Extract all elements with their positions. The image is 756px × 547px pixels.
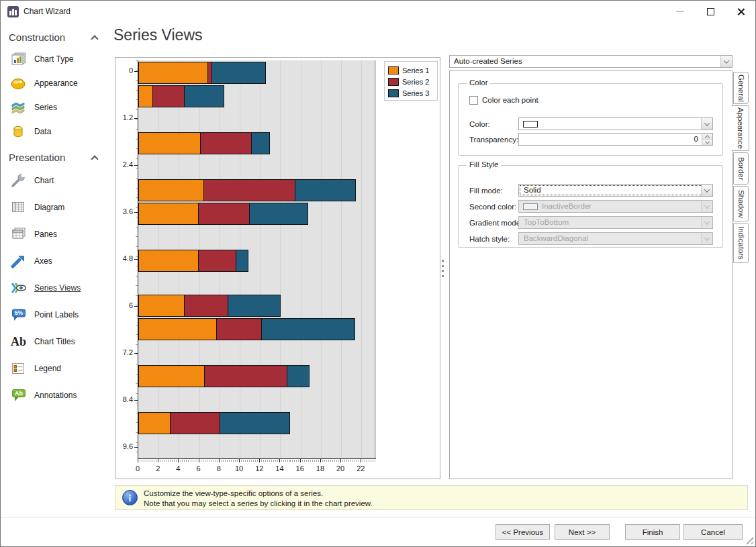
chart-legend[interactable]: Series 1Series 2Series 3 [384, 61, 438, 101]
x-axis-label: 20 [332, 464, 348, 473]
sidebar-item-point-labels[interactable]: 5%Point Labels [1, 301, 109, 328]
y-axis-label: 8.4 [115, 395, 133, 403]
sidebar-item-label: Chart Titles [34, 337, 75, 346]
bar-segment-series-3[interactable] [249, 203, 308, 225]
y-axis-tick [134, 400, 138, 401]
bar-segment-series-1[interactable] [138, 295, 185, 317]
previous-button[interactable]: << Previous [495, 524, 550, 540]
tab-indicators[interactable]: Indicators [733, 223, 749, 263]
bar-segment-series-3[interactable] [287, 365, 310, 387]
legend-item[interactable]: Series 2 [388, 76, 437, 87]
chevron-up-icon [91, 155, 98, 162]
transparency-value: 0 [694, 135, 698, 143]
next-button[interactable]: Next >> [555, 524, 610, 540]
bar-segment-series-2[interactable] [203, 179, 295, 201]
bar-segment-series-1[interactable] [138, 203, 199, 225]
maximize-button[interactable] [699, 3, 722, 19]
dropdown-button[interactable] [701, 185, 712, 196]
tab-border[interactable]: Border [733, 152, 749, 185]
sidebar-item-label: Chart Type [34, 54, 73, 64]
color-dropdown[interactable] [518, 117, 713, 130]
spinner-down-button[interactable] [702, 139, 712, 145]
bar-segment-series-2[interactable] [170, 412, 220, 434]
bar-segment-series-3[interactable] [295, 179, 356, 201]
chart-preview[interactable]: Series 1Series 2Series 3 024681012141618… [115, 57, 440, 479]
bar-segment-series-2[interactable] [198, 203, 250, 225]
sidebar-item-annotations[interactable]: AbAnnotations [1, 382, 109, 409]
dropdown-button[interactable] [720, 56, 732, 67]
sidebar-item-series-views[interactable]: Series Views [1, 275, 109, 301]
chevron-down-icon [704, 219, 710, 224]
sidebar-item-data[interactable]: Data [1, 119, 109, 144]
bar-segment-series-2[interactable] [184, 295, 228, 317]
x-axis-label: 4 [170, 464, 186, 473]
bar-segment-series-1[interactable] [138, 412, 171, 434]
finish-button[interactable]: Finish [625, 524, 680, 540]
x-axis-tick [239, 459, 240, 462]
legend-item[interactable]: Series 1 [388, 64, 437, 76]
dropdown-button[interactable] [701, 118, 712, 130]
transparency-input[interactable]: 0 [518, 133, 713, 146]
bar-segment-series-2[interactable] [204, 365, 287, 387]
splitter-handle[interactable] [440, 260, 444, 277]
bar-segment-series-3[interactable] [220, 412, 290, 434]
second-color-dropdown: InactiveBorder [518, 200, 713, 213]
bar-segment-series-2[interactable] [152, 85, 185, 107]
bar-segment-series-3[interactable] [211, 62, 266, 84]
bar-segment-series-2[interactable] [216, 318, 262, 340]
bar-segment-series-1[interactable] [138, 132, 201, 154]
fill-mode-dropdown[interactable]: Solid [518, 184, 713, 197]
sidebar-section-header[interactable]: Presentation [1, 144, 109, 167]
sidebar-item-legend[interactable]: Legend [1, 355, 109, 382]
chevron-down-icon [724, 58, 729, 63]
series-selector-dropdown[interactable]: Auto-created Series [449, 55, 733, 68]
bar-segment-series-3[interactable] [236, 250, 248, 272]
bar-segment-series-3[interactable] [184, 85, 224, 107]
legend-label: Series 2 [402, 78, 429, 86]
bar-segment-series-3[interactable] [261, 318, 355, 340]
info-text: Customize the view-type-specific options… [144, 489, 373, 509]
section-label: Construction [9, 32, 65, 43]
y-axis-minor-ticks [136, 60, 138, 459]
sidebar-item-series[interactable]: Series [1, 95, 109, 119]
bar-segment-series-1[interactable] [138, 318, 217, 340]
close-button[interactable] [729, 3, 752, 19]
gradient-mode-value: TopToBottom [524, 218, 569, 226]
sidebar-item-chart[interactable]: Chart [1, 167, 109, 194]
window-title: Chart Wizard [23, 7, 70, 16]
sidebar-item-appearance[interactable]: Appearance [1, 71, 109, 95]
bar-segment-series-3[interactable] [228, 295, 281, 317]
bar-segment-series-2[interactable] [198, 250, 236, 272]
info-icon: ! [122, 490, 138, 505]
color-each-point-checkbox[interactable] [469, 96, 478, 105]
tab-appearance[interactable]: Appearance [732, 105, 749, 151]
y-axis-label: 1.2 [115, 113, 133, 121]
bar-segment-series-1[interactable] [138, 179, 204, 201]
bar-segment-series-2[interactable] [200, 132, 252, 154]
bar-segment-series-1[interactable] [138, 85, 153, 107]
dropdown-button [701, 217, 712, 228]
sidebar-item-panes[interactable]: Panes [1, 221, 109, 248]
bar-segment-series-1[interactable] [138, 250, 199, 272]
sidebar-item-diagram[interactable]: Diagram [1, 194, 109, 221]
resize-grip[interactable] [744, 535, 753, 544]
annotations-icon: Ab [10, 387, 28, 403]
sidebar-item-chart-type[interactable]: Chart Type [1, 47, 109, 71]
cancel-button[interactable]: Cancel [683, 524, 743, 540]
legend-item[interactable]: Series 3 [388, 87, 437, 99]
spinner-up-button[interactable] [702, 134, 712, 139]
sidebar: ConstructionChart TypeAppearanceSeriesDa… [1, 23, 109, 409]
bar-segment-series-1[interactable] [138, 365, 205, 387]
bar-segment-series-3[interactable] [251, 132, 270, 154]
sidebar-section-header[interactable]: Construction [1, 23, 109, 47]
bar-segment-series-1[interactable] [138, 62, 208, 84]
minimize-button[interactable] [669, 3, 692, 19]
chart-plot[interactable] [138, 60, 376, 459]
y-axis-label: 7.2 [115, 348, 133, 356]
y-axis-tick [134, 259, 138, 260]
sidebar-item-chart-titles[interactable]: AbChart Titles [1, 328, 109, 355]
sidebar-item-axes[interactable]: Axes [1, 248, 109, 275]
tab-shadow[interactable]: Shadow [733, 186, 749, 221]
tab-general[interactable]: General [733, 72, 749, 104]
sidebar-item-label: Series [34, 103, 57, 112]
